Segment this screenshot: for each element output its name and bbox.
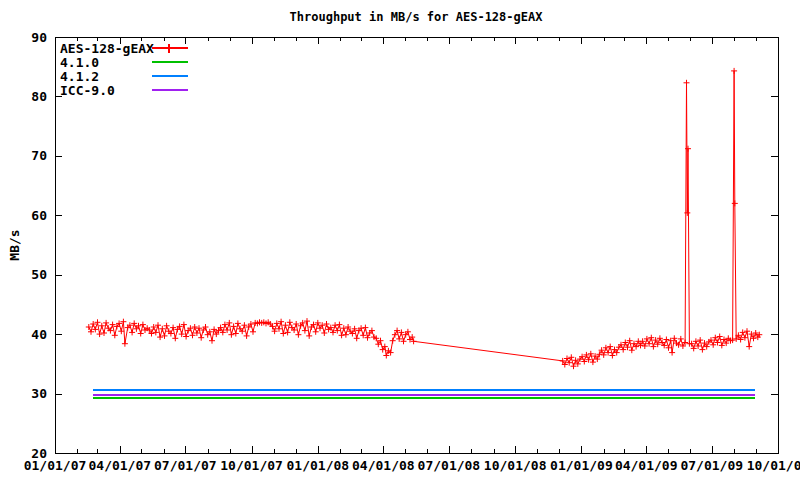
x-tick-label: 04/01/09 xyxy=(615,458,678,473)
y-tick-label: 30 xyxy=(31,386,47,401)
legend-item-label: 4.1.0 xyxy=(60,55,152,70)
series-line-AES-128-gEAX xyxy=(89,71,760,366)
legend-sample xyxy=(152,55,188,69)
x-tick-label: 07/01/07 xyxy=(154,458,217,473)
y-axis-label: MB/s xyxy=(7,229,22,260)
chart-title: Throughput in MB/s for AES-128-gEAX xyxy=(16,10,800,24)
y-tick-label: 50 xyxy=(31,267,47,282)
legend-item-label: 4.1.2 xyxy=(60,69,152,84)
legend-sample-line xyxy=(152,75,188,77)
x-tick-label: 10/01/08 xyxy=(484,458,547,473)
legend-item-label: ICC-9.0 xyxy=(60,83,152,98)
legend-sample xyxy=(152,41,188,55)
chart-screen: 01/01/0704/01/0707/01/0710/01/0701/01/08… xyxy=(0,0,800,480)
y-tick-label: 20 xyxy=(31,446,47,461)
y-tick-label: 70 xyxy=(31,148,47,163)
legend-sample xyxy=(152,69,188,83)
x-tick-label: 04/01/07 xyxy=(88,458,151,473)
legend-sample-line xyxy=(152,61,188,63)
legend-item: AES-128-gEAX xyxy=(60,41,188,55)
x-tick-label: 07/01/08 xyxy=(418,458,481,473)
legend-item-label: AES-128-gEAX xyxy=(60,41,152,56)
x-tick-label: 01/01/09 xyxy=(550,458,613,473)
legend-sample xyxy=(152,83,188,97)
x-tick-label: 01/01/08 xyxy=(287,458,350,473)
legend: AES-128-gEAX4.1.04.1.2ICC-9.0 xyxy=(60,41,188,97)
x-tick-label: 10/01/09 xyxy=(747,458,800,473)
y-tick-label: 40 xyxy=(31,327,47,342)
x-tick-label: 04/01/08 xyxy=(352,458,415,473)
legend-sample-marker xyxy=(168,44,170,53)
series-markers-AES-128-gEAX xyxy=(86,68,763,369)
legend-sample-line xyxy=(152,89,188,91)
y-tick-label: 60 xyxy=(31,208,47,223)
legend-sample-line xyxy=(152,47,188,49)
legend-item: 4.1.2 xyxy=(60,69,188,83)
x-tick-label: 10/01/07 xyxy=(220,458,283,473)
x-tick-label: 07/01/09 xyxy=(680,458,743,473)
legend-item: ICC-9.0 xyxy=(60,83,188,97)
legend-item: 4.1.0 xyxy=(60,55,188,69)
y-tick-label: 90 xyxy=(31,30,47,45)
y-tick-label: 80 xyxy=(31,89,47,104)
